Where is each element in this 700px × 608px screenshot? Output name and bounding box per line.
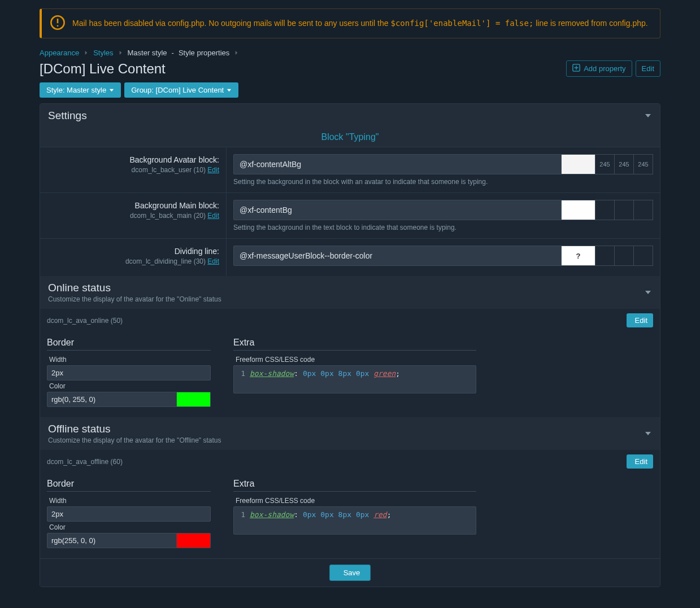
offline-edit-button[interactable]: Edit	[627, 454, 653, 469]
extra-col: Extra Freeform CSS/LESS code 1 box-shado…	[233, 479, 476, 548]
add-label: Add property	[584, 64, 625, 73]
extra-sub: Freeform CSS/LESS code	[233, 354, 476, 365]
rgb-g[interactable]: 245	[615, 154, 634, 174]
page-title: [DCom] Live Content	[40, 61, 166, 77]
collapse-icon	[644, 429, 652, 439]
rgb-r[interactable]	[595, 200, 615, 220]
edit-label: Edit	[635, 457, 647, 466]
edit-link[interactable]: Edit	[207, 257, 219, 265]
save-label: Save	[344, 568, 360, 577]
breadcrumb: Appearance Styles Master style - Style p…	[40, 49, 660, 57]
prop-label: Dividing line: dcom_lc_dividing_line (30…	[40, 239, 227, 276]
color-swatch[interactable]	[562, 200, 595, 220]
extra-col: Extra Freeform CSS/LESS code 1 box-shado…	[233, 338, 476, 407]
offline-meta: dcom_lc_ava_offline	[47, 458, 108, 466]
offline-body: Border Width Color Extra Freeform CSS/LE…	[40, 473, 660, 558]
prop-value: ?	[227, 239, 660, 276]
prop-name: Dividing line:	[47, 247, 219, 256]
color-label: Color	[47, 380, 211, 392]
add-property-button[interactable]: Add property	[566, 60, 632, 77]
warning-pre: Mail has been disabled via config.php. N…	[72, 19, 390, 28]
chevron-right-icon	[84, 49, 89, 57]
rgb-r[interactable]: 245	[595, 154, 615, 174]
color-input-row: 245 245 245	[233, 154, 653, 174]
color-text-input[interactable]	[233, 154, 562, 174]
chevron-right-icon	[234, 49, 239, 57]
border-col: Border Width Color	[47, 479, 211, 548]
main-panel: Settings Block "Typing" Background Avata…	[40, 103, 660, 587]
crumb-styles[interactable]: Styles	[93, 49, 113, 57]
online-order: (50)	[111, 317, 123, 325]
crumb-sep: -	[172, 49, 174, 57]
rgb-g[interactable]	[615, 200, 634, 220]
color-swatch-unknown[interactable]: ?	[562, 246, 595, 266]
color-input[interactable]	[47, 392, 177, 407]
color-swatch[interactable]	[177, 533, 211, 548]
save-button[interactable]: Save	[329, 565, 371, 581]
rgb-b[interactable]	[634, 246, 653, 266]
prop-dividing-line: Dividing line: dcom_lc_dividing_line (30…	[40, 238, 660, 276]
prop-name: Background Main block:	[47, 201, 219, 210]
chevron-right-icon	[118, 49, 123, 57]
prop-name: Background Avatar block:	[47, 155, 219, 164]
prop-back-main: Background Main block: dcom_lc_back_main…	[40, 193, 660, 238]
prop-meta: dcom_lc_back_main (20) Edit	[47, 212, 219, 220]
offline-meta-line: dcom_lc_ava_offline (60) Edit	[40, 450, 660, 473]
prop-value: 245 245 245 Setting the background in th…	[227, 147, 660, 193]
offline-header[interactable]: Offline status Customize the display of …	[40, 417, 660, 450]
prop-meta: dcom_lc_back_user (10) Edit	[47, 166, 219, 174]
warning-code: $config['enableMail'] = false;	[390, 19, 533, 28]
mail-warning: Mail has been disabled via config.php. N…	[40, 8, 660, 38]
border-heading: Border	[47, 338, 211, 351]
color-field	[47, 533, 211, 548]
header-actions: Add property Edit	[566, 60, 660, 77]
edit-label: Edit	[635, 316, 647, 325]
edit-link[interactable]: Edit	[207, 166, 219, 174]
extra-sub: Freeform CSS/LESS code	[233, 495, 476, 506]
collapse-icon	[644, 111, 652, 121]
width-input[interactable]	[47, 365, 211, 380]
color-swatch[interactable]	[562, 154, 595, 174]
style-filter[interactable]: Style: Master style	[40, 82, 121, 98]
style-filter-label: Style: Master style	[46, 86, 106, 94]
prop-meta: dcom_lc_dividing_line (30) Edit	[47, 257, 219, 265]
color-input[interactable]	[47, 533, 177, 548]
color-text-input[interactable]	[233, 200, 562, 220]
edit-link[interactable]: Edit	[207, 212, 219, 220]
color-field	[47, 392, 211, 407]
prop-value: Setting the background in the text block…	[227, 193, 660, 238]
svg-point-2	[57, 25, 59, 27]
warning-post: line is removed from config.php.	[533, 19, 647, 28]
code-editor[interactable]: 1 box-shadow: 0px 0px 8px 0px red;	[233, 506, 476, 535]
caret-down-icon	[109, 86, 114, 94]
code-editor[interactable]: 1 box-shadow: 0px 0px 8px 0px green;	[233, 365, 476, 393]
line-number: 1	[234, 510, 250, 519]
color-text-input[interactable]	[233, 246, 562, 266]
warning-text: Mail has been disabled via config.php. N…	[72, 18, 648, 29]
width-input[interactable]	[47, 506, 211, 522]
border-heading: Border	[47, 479, 211, 492]
width-label: Width	[47, 354, 211, 365]
online-edit-button[interactable]: Edit	[627, 313, 653, 327]
crumb-master: Master style	[128, 49, 167, 57]
color-swatch[interactable]	[177, 392, 211, 407]
rgb-r[interactable]	[595, 246, 615, 266]
rgb-b[interactable]	[634, 200, 653, 220]
footer: Save	[40, 558, 660, 587]
code-content: box-shadow: 0px 0px 8px 0px green;	[250, 369, 400, 378]
settings-header[interactable]: Settings	[40, 104, 660, 128]
rgb-g[interactable]	[615, 246, 634, 266]
edit-button[interactable]: Edit	[636, 60, 660, 77]
group-filter[interactable]: Group: [DCom] Live Content	[124, 82, 238, 98]
rgb-b[interactable]: 245	[634, 154, 653, 174]
extra-heading: Extra	[233, 479, 476, 492]
offline-heading: Offline status	[48, 423, 221, 435]
online-header[interactable]: Online status Customize the display of t…	[40, 276, 660, 309]
filter-row: Style: Master style Group: [DCom] Live C…	[40, 82, 660, 98]
color-input-row	[233, 200, 653, 220]
crumb-appearance[interactable]: Appearance	[40, 49, 79, 57]
extra-heading: Extra	[233, 338, 476, 351]
online-heading: Online status	[48, 282, 221, 294]
online-meta-line: dcom_lc_ava_online (50) Edit	[40, 309, 660, 332]
width-label: Width	[47, 495, 211, 506]
